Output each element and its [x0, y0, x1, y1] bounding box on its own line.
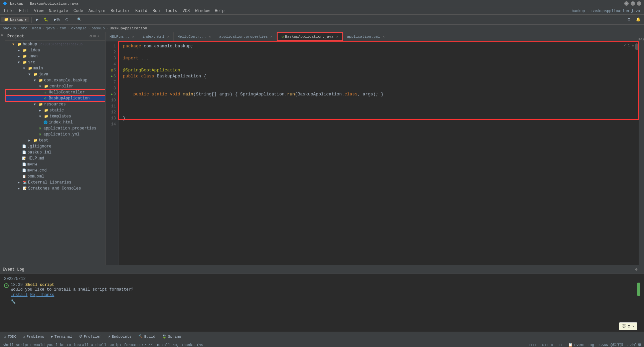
tab-indexhtml-close[interactable]: ✕ — [167, 35, 169, 39]
tree-item-gitignore[interactable]: 📄 .gitignore — [5, 143, 105, 149]
terminal-button[interactable]: ▶ Terminal — [48, 334, 74, 339]
run-button[interactable]: ▶ — [34, 17, 40, 22]
tab-hellocontroller[interactable]: HelloContr... ✕ — [174, 32, 215, 41]
profiler-button[interactable]: ⏱ Profiler — [76, 334, 104, 339]
tab-help[interactable]: HELP.m... ✕ — [106, 32, 138, 41]
menu-help[interactable]: Help — [212, 8, 227, 14]
notifications-button[interactable]: 🔔 — [634, 17, 643, 22]
tree-item-iml[interactable]: 📄 baskup.iml — [5, 149, 105, 155]
menu-window[interactable]: Window — [192, 8, 212, 14]
title-bar-controls: ─ □ ✕ — [624, 1, 641, 6]
profile-button[interactable]: ⏱ — [63, 17, 71, 22]
menu-vcs[interactable]: VCS — [180, 8, 193, 14]
endpoints-button[interactable]: ⚡ Endpoints — [106, 334, 134, 339]
tree-item-backup[interactable]: ▼ 📁 baskup D:\BDTD\project\baskup — [5, 41, 105, 47]
menu-refactor[interactable]: Refactor — [108, 8, 133, 14]
event-log-content: 2022/5/12 ✓ 18:39 Shell script Would you… — [0, 274, 644, 332]
tree-item-baskupapplication[interactable]: ⚙ BaskupApplication — [5, 95, 105, 101]
encoding[interactable]: UTF-8 — [542, 343, 553, 347]
tree-item-controller[interactable]: ▼ 📁 controller — [5, 83, 105, 89]
project-settings-icon[interactable]: ⚙ — [90, 34, 92, 39]
tree-item-java[interactable]: ▼ 📁 java — [5, 71, 105, 77]
settings-button[interactable]: ⚙ — [625, 17, 633, 22]
tree-item-scratches[interactable]: ▶ 📝 Scratches and Consoles — [5, 186, 105, 192]
menu-view[interactable]: View — [31, 8, 46, 14]
menu-build[interactable]: Build — [133, 8, 150, 14]
editor-scrollbar[interactable]: ✓ 1 ∧ — [635, 41, 639, 265]
tab-baskupapplication-close[interactable]: ✕ — [336, 35, 338, 39]
tab-appprops[interactable]: application.properties ✕ — [215, 32, 277, 41]
breadcrumb-java[interactable]: java — [46, 26, 55, 30]
project-sort-icon[interactable]: ↕ — [97, 34, 100, 39]
todo-button[interactable]: ☑ TODO — [1, 334, 19, 339]
tree-item-static[interactable]: ▶ 📁 static — [5, 107, 105, 113]
tab-help-close[interactable]: ✕ — [132, 35, 134, 39]
project-selector[interactable]: 📁 baskup ▼ — [1, 17, 29, 22]
menu-analyze[interactable]: Analyze — [86, 8, 108, 14]
run-coverage-button[interactable]: ▶% — [52, 17, 62, 22]
tree-item-src[interactable]: ▼ 📁 src — [5, 59, 105, 65]
breadcrumb-class[interactable]: BaskupApplication — [110, 26, 147, 30]
event-log-status[interactable]: 📋 Event Log — [568, 343, 594, 347]
debug-button[interactable]: 🐛 — [42, 17, 50, 22]
breadcrumb-com[interactable]: com — [60, 26, 66, 30]
tree-item-hellocontroller[interactable]: ☕ HelloController — [5, 89, 105, 95]
tree-item-index-html[interactable]: 🌐 index.html — [5, 119, 105, 125]
menu-edit[interactable]: Edit — [16, 8, 31, 14]
code-content[interactable]: package com.example.baskup; import ... @… — [119, 41, 635, 265]
tree-item-app-props[interactable]: ⚙ application.properties — [5, 125, 105, 131]
tree-item-templates[interactable]: ▼ 📁 templates — [5, 113, 105, 119]
breadcrumb-backup[interactable]: backup — [3, 26, 16, 30]
maximize-button[interactable]: □ — [631, 1, 635, 6]
project-panel-toggle[interactable]: P — [1, 34, 4, 36]
tree-item-main[interactable]: ▼ 📁 main — [5, 65, 105, 71]
tree-item-ext-libs[interactable]: ▶ 📚 External Libraries — [5, 180, 105, 186]
menu-file[interactable]: File — [1, 8, 16, 14]
tree-item-app-yml[interactable]: ⚙ application.yml — [5, 131, 105, 137]
tree-item-mvn[interactable]: ▶ 📁 .mvn — [5, 53, 105, 59]
lib-icon: 📚 — [22, 180, 27, 185]
spring-button[interactable]: 🍃 Spring — [159, 334, 184, 339]
menu-tools[interactable]: Tools — [163, 8, 180, 14]
tree-item-mvnw-cmd[interactable]: 📄 mvnw.cmd — [5, 167, 105, 174]
tree-item-resources[interactable]: ▼ 📁 resources — [5, 101, 105, 107]
minimize-button[interactable]: ─ — [624, 1, 629, 6]
tab-indexhtml[interactable]: index.html ✕ — [138, 32, 173, 41]
breadcrumb-main[interactable]: main — [32, 26, 41, 30]
tab-appyml-close[interactable]: ✕ — [383, 35, 385, 39]
maven-label[interactable]: Maven — [636, 35, 644, 43]
panel-settings-icon[interactable]: ⚙ — [635, 267, 638, 272]
wrench-area: 🔧 — [11, 299, 640, 304]
tree-item-test[interactable]: ▶ 📁 test — [5, 137, 105, 143]
no-thanks-link[interactable]: No, Thanks — [30, 293, 54, 297]
line-separator[interactable]: LF — [558, 343, 563, 347]
floating-ime-badge[interactable]: 英 ⚙ › — [619, 322, 637, 330]
tree-item-pom[interactable]: 📋 pom.xml — [5, 174, 105, 180]
build-button[interactable]: 🔨 Build — [136, 334, 158, 339]
tab-baskupapplication[interactable]: ⚙ BaskupApplication.java ✕ — [277, 32, 343, 41]
menu-navigate[interactable]: Navigate — [46, 8, 71, 14]
project-layout-icon[interactable]: ⊞ — [93, 34, 96, 39]
tree-item-mvnw[interactable]: 📄 mvnw — [5, 161, 105, 167]
tree-item-idea[interactable]: ▶ 📁 .idea — [5, 47, 105, 53]
search-everywhere-button[interactable]: 🔍 — [75, 17, 84, 22]
tree-item-help[interactable]: 📝 HELP.md — [5, 155, 105, 161]
event-log-status-icon: 📋 — [568, 343, 573, 347]
close-button[interactable]: ✕ — [637, 1, 641, 6]
menu-run[interactable]: Run — [150, 8, 163, 14]
menu-code[interactable]: Code — [71, 8, 86, 14]
problems-button[interactable]: ⚠ Problems — [20, 334, 47, 339]
panel-close-icon[interactable]: – — [639, 267, 641, 272]
tree-label-hellocontroller: HelloController — [49, 90, 85, 95]
project-collapse-icon[interactable]: – — [101, 34, 103, 39]
install-link[interactable]: Install — [11, 293, 27, 297]
tab-appprops-close[interactable]: ✕ — [271, 35, 273, 39]
tree-item-com-example[interactable]: ▼ 📁 com.example.baskup — [5, 77, 105, 83]
tab-hellocontroller-close[interactable]: ✕ — [209, 35, 211, 39]
expand-icon-java: ▼ — [27, 72, 32, 77]
breadcrumb-example[interactable]: example — [71, 26, 87, 30]
breadcrumb-src[interactable]: src — [21, 26, 27, 30]
tab-appyml[interactable]: application.yml ✕ — [343, 32, 389, 41]
breadcrumb-baskup[interactable]: baskup — [92, 26, 105, 30]
cursor-position[interactable]: 14:1 — [528, 343, 537, 347]
